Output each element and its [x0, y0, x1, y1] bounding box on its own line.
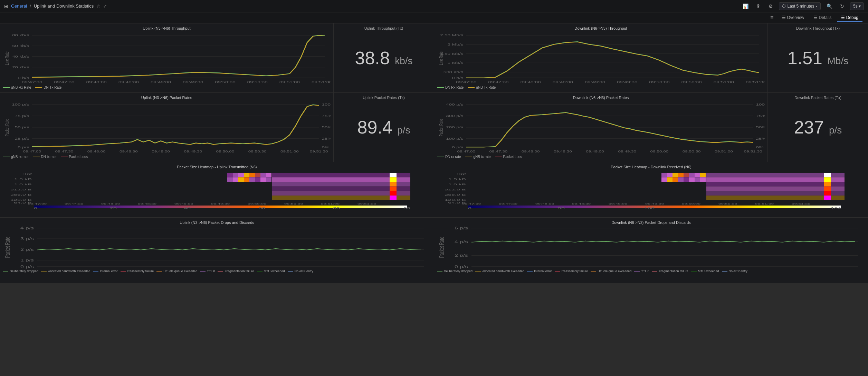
uplink-throughput-title-small: Uplink Throughput (Tx)	[334, 26, 434, 30]
svg-text:09:51:00: 09:51:00	[376, 268, 395, 269]
svg-text:0 b/s: 0 b/s	[452, 76, 463, 79]
svg-text:09:51:30: 09:51:30	[792, 202, 810, 205]
svg-rect-118	[260, 177, 266, 182]
svg-rect-103	[34, 173, 227, 206]
svg-text:0: 0	[34, 207, 37, 210]
legend-gnb-tx: gNB Tx Rate	[468, 86, 496, 89]
legend-deliberately-dropped-dn: Deliberately dropped	[437, 269, 473, 273]
svg-text:256.0 B: 256.0 B	[10, 193, 32, 196]
settings-icon-btn[interactable]: ⚙	[767, 3, 775, 10]
svg-text:75 p/s: 75 p/s	[15, 114, 29, 118]
svg-text:09:50:00: 09:50:00	[649, 80, 669, 84]
svg-text:09:49:00: 09:49:00	[586, 150, 604, 153]
svg-text:100 p/s: 100 p/s	[12, 103, 29, 106]
svg-text:09:48:30: 09:48:30	[572, 202, 591, 205]
legend-ttl-up: TTL 0	[200, 269, 215, 273]
svg-text:50%: 50%	[756, 126, 765, 129]
star-icon[interactable]: ☆	[96, 3, 101, 9]
svg-rect-114	[238, 177, 244, 182]
time-range-label: Last 5 minutes	[788, 4, 814, 9]
svg-text:09:50:00: 09:50:00	[248, 202, 266, 205]
time-range-selector[interactable]: ⏱ Last 5 minutes ▾	[779, 2, 821, 10]
svg-text:09:48:30: 09:48:30	[554, 150, 572, 153]
downlink-throughput-title-small: Downlink Throughput (Tx)	[768, 26, 868, 30]
uplink-heatmap-title: Packet Size Heatmap - Uplink Transmitted…	[3, 165, 431, 169]
refresh-icon-btn[interactable]: ↻	[838, 3, 846, 10]
uplink-throughput-stat-panel: Uplink Throughput (Tx) 38.8 kb/s	[334, 23, 434, 92]
svg-rect-108	[249, 173, 255, 177]
svg-rect-158	[667, 173, 673, 177]
svg-text:256.0 B: 256.0 B	[445, 193, 466, 196]
legend-deliberately-dropped-up: Deliberately dropped	[3, 269, 38, 273]
refresh-interval-label: 5s	[853, 4, 858, 9]
db-icon-btn[interactable]: 🗄	[754, 3, 763, 10]
breadcrumb-general[interactable]: General	[11, 3, 27, 9]
svg-rect-117	[255, 177, 260, 182]
uplink-packet-svg: 100 p/s 75 p/s 50 p/s 25 p/s 0 p/s 100% …	[3, 101, 331, 154]
chart-icon-btn[interactable]: 📊	[741, 3, 750, 10]
svg-text:40: 40	[184, 207, 191, 210]
svg-rect-164	[700, 173, 706, 177]
svg-text:09:50:30: 09:50:30	[683, 150, 701, 153]
svg-text:09:47:00: 09:47:00	[28, 268, 47, 269]
svg-text:09:48:00: 09:48:00	[520, 80, 541, 84]
svg-text:09:50:00: 09:50:00	[215, 80, 235, 84]
legend-internal-error-dn: Internal error	[527, 269, 552, 273]
uplink-drops-panel: Uplink (N3->N6) Packet Drops and Discard…	[0, 218, 434, 283]
tab-overview[interactable]: ☰ Overview	[778, 14, 808, 22]
svg-text:09:47:00: 09:47:00	[462, 268, 481, 269]
svg-rect-116	[249, 177, 255, 182]
svg-text:09:51:00: 09:51:00	[810, 268, 829, 269]
svg-text:09:48:00: 09:48:00	[87, 150, 106, 153]
svg-text:1.5 kB: 1.5 kB	[14, 178, 32, 181]
svg-text:09:47:30: 09:47:30	[488, 80, 508, 84]
svg-text:09:51:30: 09:51:30	[415, 268, 431, 269]
svg-text:09:51:00: 09:51:00	[321, 202, 340, 205]
svg-text:09:48:00: 09:48:00	[101, 202, 120, 205]
svg-text:09:50:00: 09:50:00	[289, 268, 308, 269]
search-icon-btn[interactable]: 🔍	[825, 3, 834, 10]
svg-rect-119	[266, 177, 271, 182]
svg-text:09:51:00: 09:51:00	[279, 80, 300, 84]
svg-text:09:50:30: 09:50:30	[333, 268, 352, 269]
svg-text:09:49:00: 09:49:00	[585, 80, 605, 84]
svg-rect-161	[684, 173, 689, 177]
svg-text:25 p/s: 25 p/s	[15, 137, 29, 140]
svg-text:25%: 25%	[322, 137, 331, 140]
svg-text:2 p/s: 2 p/s	[455, 253, 468, 258]
svg-text:2 Mb/s: 2 Mb/s	[448, 43, 464, 46]
tab-debug[interactable]: ☰ Debug	[837, 14, 862, 22]
svg-text:09:49:00: 09:49:00	[151, 80, 171, 84]
svg-text:09:49:00: 09:49:00	[174, 202, 193, 205]
top-bar: ⊞ General / Uplink and Downlink Statisti…	[0, 0, 868, 12]
legend-arp-dn: No ARP entry	[722, 269, 747, 273]
svg-rect-170	[689, 177, 695, 182]
svg-text:09:47:30: 09:47:30	[489, 150, 508, 153]
svg-text:09:49:30: 09:49:30	[183, 80, 203, 84]
legend-arp-up: No ARP entry	[288, 269, 313, 273]
svg-text:0 p/s: 0 p/s	[18, 145, 29, 149]
svg-text:100%: 100%	[322, 103, 331, 106]
downlink-throughput-legend: DN Rx Rate gNB Tx Rate	[437, 86, 765, 89]
svg-text:1.0 kB: 1.0 kB	[448, 183, 466, 186]
downlink-heatmap-area: +Inf 1.5 kB 1.0 kB 512.0 B 256.0 B 128.0…	[437, 170, 865, 210]
svg-text:512.0 B: 512.0 B	[10, 188, 32, 191]
refresh-interval-selector[interactable]: 5s ▾	[850, 2, 864, 10]
svg-text:09:50:30: 09:50:30	[681, 80, 702, 84]
svg-text:6 p/s: 6 p/s	[455, 226, 468, 230]
legend-frag-up: Fragmentation failure	[218, 269, 254, 273]
svg-text:Line Rate: Line Rate	[438, 51, 444, 65]
clock-icon: ⏱	[782, 4, 786, 9]
chevron-down-icon2: ▾	[859, 4, 861, 9]
legend-mtu-up: MTU exceeded	[257, 269, 285, 273]
svg-text:200 p/s: 200 p/s	[446, 126, 463, 129]
svg-text:1.0 kB: 1.0 kB	[14, 183, 32, 186]
svg-text:09:50:30: 09:50:30	[718, 202, 737, 205]
svg-text:3 p/s: 3 p/s	[20, 236, 34, 241]
share-icon[interactable]: ⤢	[103, 4, 107, 9]
tab-bar: ☰ ☰ Overview ☰ Details ☰ Debug	[0, 12, 868, 23]
tab-details[interactable]: ☰ Details	[810, 14, 836, 22]
svg-text:4 p/s: 4 p/s	[20, 226, 34, 230]
svg-rect-130	[390, 191, 397, 196]
svg-rect-182	[824, 186, 831, 191]
